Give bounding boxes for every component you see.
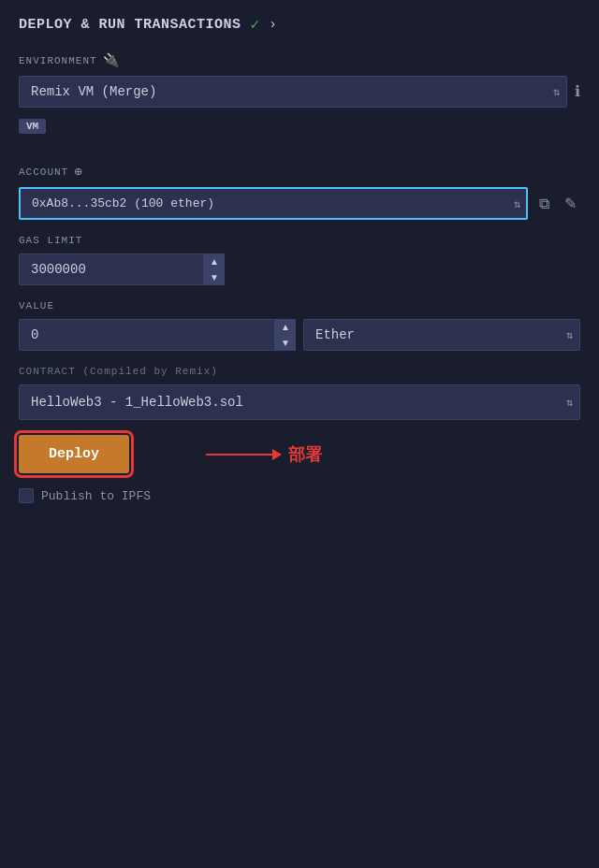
unit-select[interactable]: Wei Gwei Finney Ether [303, 319, 580, 351]
copy-address-button[interactable]: ⧉ [535, 192, 553, 216]
contract-select[interactable]: HelloWeb3 - 1_HelloWeb3.sol [19, 384, 580, 420]
panel-title: DEPLOY & RUN TRANSACTIONS [19, 17, 241, 33]
value-section: VALUE ▲ ▼ Wei Gwei Finney Ether ⇅ [19, 300, 580, 351]
gas-increment-button[interactable]: ▲ [204, 253, 225, 269]
deploy-annotation-text: 部署 [288, 443, 322, 466]
environment-select[interactable]: Remix VM (Merge) [19, 76, 567, 108]
ether-select-container: Wei Gwei Finney Ether ⇅ [303, 319, 580, 351]
deploy-button[interactable]: Deploy [19, 435, 129, 473]
deploy-panel: DEPLOY & RUN TRANSACTIONS ✓ › ENVIRONMEN… [0, 0, 599, 868]
value-increment-button[interactable]: ▲ [275, 319, 296, 335]
account-label: ACCOUNT ⊕ [19, 164, 580, 180]
environment-label: ENVIRONMENT 🔌 [19, 52, 580, 68]
gas-limit-input[interactable] [19, 253, 225, 285]
account-select[interactable]: 0xAb8...35cb2 (100 ether) [19, 187, 528, 220]
value-decrement-button[interactable]: ▼ [275, 335, 296, 351]
environment-select-container: Remix VM (Merge) ⇅ [19, 76, 567, 108]
value-row: ▲ ▼ Wei Gwei Finney Ether ⇅ [19, 319, 580, 351]
ipfs-checkbox[interactable] [19, 488, 34, 503]
plug-icon: 🔌 [103, 52, 120, 68]
value-input-container: ▲ ▼ [19, 319, 296, 351]
arrow-line [206, 454, 281, 456]
edit-address-button[interactable]: ✎ [561, 191, 580, 216]
deploy-section: Deploy 部署 [19, 435, 580, 473]
account-row: 0xAb8...35cb2 (100 ether) ⇅ ⧉ ✎ [19, 187, 580, 220]
value-label: VALUE [19, 300, 580, 311]
gas-input-container: ▲ ▼ [19, 253, 225, 285]
chevron-right-icon: › [269, 17, 276, 32]
contract-select-container: HelloWeb3 - 1_HelloWeb3.sol ⇅ [19, 384, 580, 420]
info-icon[interactable]: ℹ [575, 82, 580, 101]
deploy-annotation: 部署 [206, 443, 322, 466]
value-input[interactable] [19, 319, 296, 351]
ipfs-row: Publish to IPFS [19, 488, 580, 503]
account-select-container: 0xAb8...35cb2 (100 ether) ⇅ [19, 187, 528, 220]
vm-badge: VM [19, 119, 46, 134]
environment-row: Remix VM (Merge) ⇅ ℹ [19, 76, 580, 108]
check-icon: ✓ [251, 15, 260, 34]
gas-limit-label: GAS LIMIT [19, 235, 580, 246]
environment-section: ENVIRONMENT 🔌 Remix VM (Merge) ⇅ ℹ VM [19, 52, 580, 149]
ipfs-label: Publish to IPFS [41, 489, 151, 503]
gas-decrement-button[interactable]: ▼ [204, 269, 225, 285]
gas-limit-section: GAS LIMIT ▲ ▼ [19, 235, 580, 285]
value-spin-group: ▲ ▼ [274, 319, 296, 351]
plus-icon[interactable]: ⊕ [74, 164, 82, 180]
contract-label: CONTRACT (Compiled by Remix) [19, 366, 580, 377]
contract-section: CONTRACT (Compiled by Remix) HelloWeb3 -… [19, 366, 580, 420]
gas-input-row: ▲ ▼ [19, 253, 580, 285]
account-section: ACCOUNT ⊕ 0xAb8...35cb2 (100 ether) ⇅ ⧉ … [19, 164, 580, 220]
panel-header: DEPLOY & RUN TRANSACTIONS ✓ › [19, 15, 580, 34]
gas-spin-group: ▲ ▼ [203, 253, 225, 285]
